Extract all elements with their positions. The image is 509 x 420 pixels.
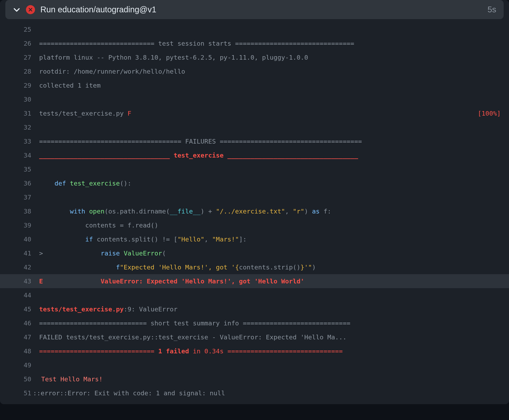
log-line[interactable]: 32 bbox=[0, 120, 509, 134]
log-line[interactable]: 48 ============================== 1 fail… bbox=[0, 344, 509, 358]
log-text: ============================ short test … bbox=[39, 316, 501, 330]
line-number: 26 bbox=[0, 36, 39, 50]
line-number: 40 bbox=[0, 232, 39, 246]
line-number: 38 bbox=[0, 204, 39, 218]
line-number: 36 bbox=[0, 176, 39, 190]
log-text: tests/test_exercise.py F[100%] bbox=[39, 106, 501, 120]
line-number: 50 bbox=[0, 372, 39, 386]
log-text: def test_exercise(): bbox=[39, 176, 501, 190]
log-text: > raise ValueError( bbox=[39, 246, 501, 260]
line-number: 35 bbox=[0, 162, 39, 176]
log-line[interactable]: 42 f"Expected 'Hello Mars!', got '{conte… bbox=[0, 260, 509, 274]
log-line[interactable]: 44 bbox=[0, 288, 509, 302]
log-body: 25 26 ============================== tes… bbox=[0, 19, 509, 400]
log-text: contents = f.read() bbox=[39, 218, 501, 232]
log-line[interactable]: 37 bbox=[0, 190, 509, 204]
log-line[interactable]: 45 tests/test_exercise.py:9: ValueError bbox=[0, 302, 509, 316]
log-text: collected 1 item bbox=[39, 78, 501, 92]
log-text: tests/test_exercise.py:9: ValueError bbox=[39, 302, 501, 316]
log-line-error[interactable]: 43 E ValueError: Expected 'Hello Mars!',… bbox=[0, 274, 509, 288]
log-text bbox=[39, 162, 501, 176]
step-header[interactable]: Run education/autograding@v1 5s bbox=[5, 0, 504, 19]
line-number: 34 bbox=[0, 148, 39, 162]
progress-percent: [100%] bbox=[478, 110, 501, 117]
line-number: 28 bbox=[0, 64, 39, 78]
log-text: ::error::Error: Exit with code: 1 and si… bbox=[33, 386, 501, 400]
line-number: 33 bbox=[0, 134, 39, 148]
line-number: 37 bbox=[0, 190, 39, 204]
log-line[interactable]: 34 __________________________________ te… bbox=[0, 148, 509, 162]
log-text bbox=[39, 120, 501, 134]
log-line[interactable]: 25 bbox=[0, 22, 509, 36]
step-title: Run education/autograding@v1 bbox=[40, 5, 482, 14]
log-line[interactable]: 39 contents = f.read() bbox=[0, 218, 509, 232]
log-line[interactable]: 49 bbox=[0, 358, 509, 372]
line-number: 27 bbox=[0, 50, 39, 64]
line-number: 44 bbox=[0, 288, 39, 302]
line-number: 42 bbox=[0, 260, 39, 274]
log-text bbox=[39, 190, 501, 204]
log-line[interactable]: 36 def test_exercise(): bbox=[0, 176, 509, 190]
log-text: Test Hello Mars! bbox=[39, 372, 501, 386]
log-line[interactable]: 40 if contents.split() != ["Hello", "Mar… bbox=[0, 232, 509, 246]
log-line[interactable]: 35 bbox=[0, 162, 509, 176]
log-line[interactable]: 30 bbox=[0, 92, 509, 106]
log-text: FAILED tests/test_exercise.py::test_exer… bbox=[39, 330, 501, 344]
log-text: platform linux -- Python 3.8.10, pytest-… bbox=[39, 50, 501, 64]
line-number: 29 bbox=[0, 78, 39, 92]
log-text bbox=[39, 358, 501, 372]
log-line[interactable]: 27 platform linux -- Python 3.8.10, pyte… bbox=[0, 50, 509, 64]
line-number: 49 bbox=[0, 358, 39, 372]
line-number: 32 bbox=[0, 120, 39, 134]
log-line[interactable]: 46 ============================ short te… bbox=[0, 316, 509, 330]
log-text bbox=[39, 92, 501, 106]
log-line[interactable]: 47 FAILED tests/test_exercise.py::test_e… bbox=[0, 330, 509, 344]
log-line[interactable]: 33 =====================================… bbox=[0, 134, 509, 148]
log-text: with open(os.path.dirname(__file__) + "/… bbox=[39, 204, 501, 218]
log-text: __________________________________ test_… bbox=[39, 148, 501, 162]
line-number: 25 bbox=[0, 22, 39, 36]
log-line[interactable]: 26 ============================== test s… bbox=[0, 36, 509, 50]
log-line[interactable]: 41 > raise ValueError( bbox=[0, 246, 509, 260]
log-text: if contents.split() != ["Hello", "Mars!"… bbox=[39, 232, 501, 246]
log-line[interactable]: 38 with open(os.path.dirname(__file__) +… bbox=[0, 204, 509, 218]
log-text: f"Expected 'Hello Mars!', got '{contents… bbox=[39, 260, 501, 274]
line-number: 45 bbox=[0, 302, 39, 316]
log-line[interactable]: 50 Test Hello Mars! bbox=[0, 372, 509, 386]
log-line[interactable]: 29 collected 1 item bbox=[0, 78, 509, 92]
log-text bbox=[39, 22, 501, 36]
status-failed-icon bbox=[26, 5, 35, 14]
x-fail-icon bbox=[39, 376, 40, 382]
log-line[interactable]: 31 tests/test_exercise.py F[100%] bbox=[0, 106, 509, 120]
log-text: E ValueError: Expected 'Hello Mars!', go… bbox=[39, 274, 501, 288]
line-number: 31 bbox=[0, 106, 39, 120]
log-line[interactable]: 28 rootdir: /home/runner/work/hello/hell… bbox=[0, 64, 509, 78]
line-number: 46 bbox=[0, 316, 39, 330]
log-text: ===================================== FA… bbox=[39, 134, 501, 148]
line-number: 39 bbox=[0, 218, 39, 232]
line-number: 41 bbox=[0, 246, 39, 260]
step-duration: 5s bbox=[488, 5, 496, 14]
log-text: rootdir: /home/runner/work/hello/hello bbox=[39, 64, 501, 78]
log-line[interactable]: 51 ::error::Error: Exit with code: 1 and… bbox=[0, 386, 509, 400]
log-text: ============================== test sess… bbox=[39, 36, 501, 50]
log-panel: Run education/autograding@v1 5s 25 26 ==… bbox=[0, 0, 509, 404]
log-text: ============================== 1 failed … bbox=[39, 344, 501, 358]
line-number: 43 bbox=[0, 274, 39, 288]
log-text bbox=[39, 288, 501, 302]
line-number: 47 bbox=[0, 330, 39, 344]
line-number: 48 bbox=[0, 344, 39, 358]
chevron-down-icon[interactable] bbox=[13, 6, 21, 14]
line-number: 30 bbox=[0, 92, 39, 106]
